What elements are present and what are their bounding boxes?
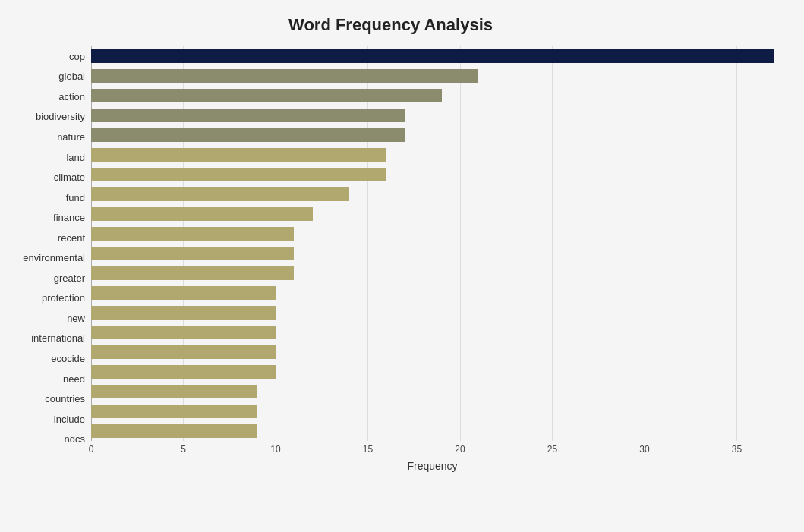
bar bbox=[91, 89, 442, 102]
chart-container: Word Frequency Analysis copglobalactionb… bbox=[0, 0, 804, 532]
y-label: international bbox=[8, 329, 91, 349]
y-label: cop bbox=[8, 46, 91, 67]
bar bbox=[91, 326, 276, 339]
x-tick: 25 bbox=[547, 444, 557, 455]
x-tick: 5 bbox=[181, 444, 186, 455]
bar bbox=[91, 405, 257, 418]
bar-row bbox=[91, 244, 774, 263]
bar bbox=[91, 385, 257, 398]
y-label: nature bbox=[8, 127, 91, 147]
bar-row bbox=[91, 105, 774, 125]
x-tick: 10 bbox=[270, 444, 280, 455]
y-label: global bbox=[8, 67, 91, 87]
bar-row bbox=[91, 46, 774, 66]
y-label: action bbox=[8, 87, 91, 107]
y-label: countries bbox=[8, 389, 91, 409]
y-label: finance bbox=[8, 207, 91, 228]
x-axis: 05101520253035 bbox=[91, 441, 774, 456]
y-label: land bbox=[8, 147, 91, 168]
bar bbox=[91, 168, 386, 181]
y-label: climate bbox=[8, 167, 91, 187]
bar-row bbox=[91, 342, 774, 362]
bar bbox=[91, 306, 276, 320]
bar bbox=[91, 286, 276, 300]
bar bbox=[91, 424, 257, 438]
bars-wrapper bbox=[91, 46, 774, 441]
chart-area: copglobalactionbiodiversitynaturelandcli… bbox=[8, 46, 774, 472]
bar bbox=[91, 49, 774, 63]
x-tick: 35 bbox=[732, 444, 742, 455]
bar-row bbox=[91, 145, 774, 165]
bar-row bbox=[91, 362, 774, 382]
bar-row bbox=[91, 421, 774, 441]
bar-row bbox=[91, 263, 774, 283]
y-label: ecocide bbox=[8, 348, 91, 369]
x-tick: 30 bbox=[639, 444, 649, 455]
bar bbox=[91, 266, 294, 280]
plot-area: 05101520253035 Frequency bbox=[91, 46, 774, 472]
bar-row bbox=[91, 303, 774, 323]
x-tick: 15 bbox=[363, 444, 373, 455]
x-axis-label: Frequency bbox=[91, 460, 774, 472]
x-tick: 0 bbox=[89, 444, 94, 455]
bar bbox=[91, 187, 349, 201]
bar bbox=[91, 109, 405, 122]
y-label: need bbox=[8, 369, 91, 389]
bar-row bbox=[91, 125, 774, 145]
bar-row bbox=[91, 283, 774, 303]
bar-row bbox=[91, 204, 774, 224]
y-label: recent bbox=[8, 228, 91, 248]
bar-row bbox=[91, 86, 774, 105]
y-axis: copglobalactionbiodiversitynaturelandcli… bbox=[8, 46, 91, 472]
y-label: include bbox=[8, 409, 91, 430]
bar bbox=[91, 227, 294, 241]
y-label: biodiversity bbox=[8, 107, 91, 127]
y-label: environmental bbox=[8, 247, 91, 268]
bar-row bbox=[91, 401, 774, 421]
bar-row bbox=[91, 224, 774, 244]
bar-row bbox=[91, 382, 774, 401]
y-label: fund bbox=[8, 187, 91, 208]
bar-row bbox=[91, 184, 774, 204]
x-tick: 20 bbox=[455, 444, 465, 455]
chart-title: Word Frequency Analysis bbox=[8, 15, 774, 35]
bar-row bbox=[91, 323, 774, 342]
bar bbox=[91, 365, 276, 379]
bar bbox=[91, 345, 276, 359]
y-label: protection bbox=[8, 288, 91, 309]
bar bbox=[91, 128, 405, 142]
y-label: ndcs bbox=[8, 429, 91, 449]
bar bbox=[91, 247, 294, 260]
bar bbox=[91, 69, 478, 83]
bar bbox=[91, 207, 313, 221]
y-label: new bbox=[8, 308, 91, 329]
bar bbox=[91, 148, 386, 162]
bar-row bbox=[91, 66, 774, 86]
bar-row bbox=[91, 165, 774, 184]
y-label: greater bbox=[8, 268, 91, 288]
